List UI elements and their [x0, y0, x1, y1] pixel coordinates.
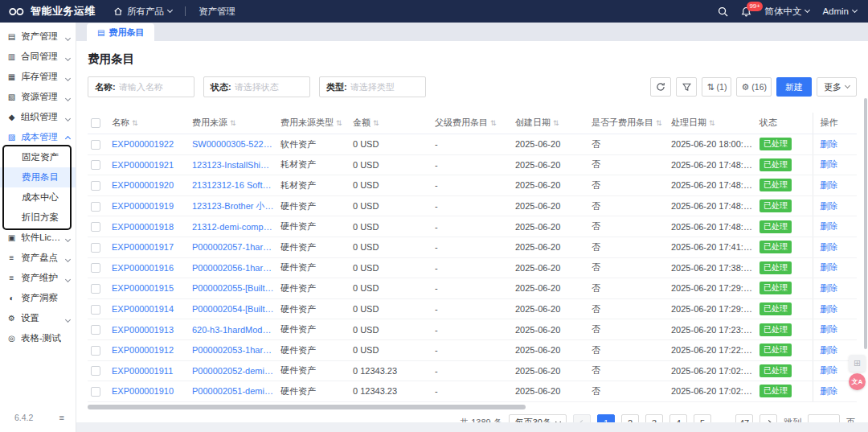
- page-button-3[interactable]: 3: [645, 414, 663, 422]
- sidebar-item-inventory-management[interactable]: ▦ 库存管理: [0, 67, 76, 87]
- sidebar-item-table-test[interactable]: ◎ 表格-测试: [0, 328, 76, 348]
- page-button-5[interactable]: 5: [694, 414, 711, 422]
- delete-link[interactable]: 删除: [813, 278, 857, 299]
- sidebar-item-cost-management[interactable]: ▨ 成本管理: [0, 127, 76, 147]
- vertical-scrollbar-thumb[interactable]: [864, 98, 867, 349]
- filter-button[interactable]: [676, 77, 697, 97]
- row-checkbox[interactable]: [91, 140, 100, 150]
- expense-source-link[interactable]: P000002057-1hardM...: [189, 237, 277, 257]
- sidebar-item-asset-stocktake[interactable]: ≡ 资产盘点: [0, 248, 76, 268]
- expense-source-link[interactable]: SW00000305-522公...: [189, 134, 277, 155]
- row-checkbox[interactable]: [91, 305, 100, 315]
- sidebar-item-software-license[interactable]: ▣ 软件License...: [0, 228, 76, 248]
- expense-source-link[interactable]: P000002056-1hardM...: [189, 257, 277, 278]
- expense-source-link[interactable]: P000002054-[Built-in...: [189, 298, 277, 319]
- expense-source-link[interactable]: P000002052-demi-c...: [189, 360, 277, 381]
- more-button[interactable]: 更多: [817, 77, 857, 97]
- page-button-1[interactable]: 1: [597, 414, 615, 422]
- sort-settings-button[interactable]: ⇅ (1): [702, 77, 731, 97]
- sort-icon[interactable]: ⇅: [656, 119, 662, 127]
- page-button-2[interactable]: 2: [621, 414, 639, 422]
- delete-link[interactable]: 删除: [813, 154, 857, 175]
- expense-source-link[interactable]: 620-h3-1hardModel3...: [189, 319, 277, 340]
- sort-icon[interactable]: ⇅: [132, 119, 138, 127]
- sort-icon[interactable]: ⇅: [230, 119, 236, 127]
- expense-name-link[interactable]: EXP000001919: [108, 195, 189, 216]
- row-checkbox[interactable]: [91, 160, 100, 170]
- sidebar-item-asset-insight[interactable]: ◐ 资产洞察: [0, 288, 76, 308]
- refresh-button[interactable]: [650, 77, 671, 97]
- delete-link[interactable]: 删除: [813, 175, 857, 196]
- sidebar-item-expense-entries[interactable]: 费用条目: [0, 167, 76, 187]
- name-filter-input[interactable]: [119, 82, 187, 92]
- page-size-select[interactable]: 每页30条: [509, 414, 567, 422]
- expense-name-link[interactable]: EXP000001918: [108, 216, 189, 237]
- sort-icon[interactable]: ⇅: [336, 119, 342, 127]
- all-products-menu[interactable]: 所有产品: [113, 6, 172, 18]
- sidebar-item-resource-management[interactable]: ▧ 资源管理: [0, 87, 76, 107]
- column-settings-button[interactable]: ⚙ (16): [736, 77, 772, 97]
- page-button-47[interactable]: 47: [735, 414, 753, 422]
- expense-name-link[interactable]: EXP000001920: [108, 175, 189, 196]
- page-button-4[interactable]: 4: [669, 414, 687, 422]
- type-filter-select[interactable]: [350, 82, 419, 92]
- expense-name-link[interactable]: EXP000001914: [108, 298, 189, 319]
- delete-link[interactable]: 删除: [813, 237, 857, 257]
- breadcrumb[interactable]: 资产管理: [199, 6, 235, 18]
- row-checkbox[interactable]: [91, 387, 100, 397]
- expense-name-link[interactable]: EXP000001917: [108, 237, 189, 257]
- status-filter[interactable]: 状态:: [203, 76, 310, 97]
- status-filter-select[interactable]: [235, 82, 303, 92]
- expense-name-link[interactable]: EXP000001911: [108, 360, 189, 381]
- translate-widget-icon[interactable]: 文A: [849, 373, 866, 390]
- expense-name-link[interactable]: EXP000001916: [108, 257, 189, 278]
- sidebar-item-organization-management[interactable]: ◆ 组织管理: [0, 107, 76, 127]
- sort-icon[interactable]: ⇅: [490, 119, 497, 127]
- sidebar-item-cost-center[interactable]: 成本中心: [0, 187, 76, 208]
- search-icon[interactable]: [718, 6, 728, 17]
- sidebar-item-contract-management[interactable]: ▥ 合同管理: [0, 47, 76, 67]
- language-selector[interactable]: 简体中文: [764, 6, 809, 18]
- expense-source-link[interactable]: P000002053-1hardM...: [189, 339, 277, 360]
- next-page-button[interactable]: [760, 414, 777, 422]
- delete-link[interactable]: 删除: [813, 134, 857, 155]
- expense-source-link[interactable]: 123123-InstallShield ...: [189, 154, 277, 175]
- row-checkbox[interactable]: [91, 181, 100, 191]
- page-ellipsis[interactable]: ···: [718, 418, 729, 422]
- row-checkbox[interactable]: [91, 263, 100, 273]
- grid-widget-icon[interactable]: ⊞: [849, 355, 866, 372]
- expense-name-link[interactable]: EXP000001921: [108, 154, 189, 175]
- sort-icon[interactable]: ⇅: [553, 119, 559, 127]
- row-checkbox[interactable]: [91, 346, 100, 356]
- sidebar-item-asset-maintenance[interactable]: ≡ 资产维护: [0, 268, 76, 288]
- row-checkbox[interactable]: [91, 243, 100, 253]
- row-checkbox[interactable]: [91, 325, 100, 335]
- sort-icon[interactable]: ⇅: [709, 119, 715, 127]
- delete-link[interactable]: 删除: [813, 257, 857, 278]
- expense-source-link[interactable]: P000002051-demi-c...: [189, 381, 277, 402]
- expense-source-link[interactable]: 123123-Brother 小米...: [189, 195, 277, 216]
- row-checkbox[interactable]: [91, 222, 100, 232]
- sort-icon[interactable]: ⇅: [373, 119, 379, 127]
- expense-source-link[interactable]: P000002055-[Built-in...: [189, 278, 277, 299]
- select-all-checkbox[interactable]: [91, 118, 100, 128]
- expense-name-link[interactable]: EXP000001912: [108, 339, 189, 360]
- expense-source-link[interactable]: 21312312-16 Softwa...: [189, 175, 277, 196]
- expense-name-link[interactable]: EXP000001913: [108, 319, 189, 340]
- row-checkbox[interactable]: [91, 284, 100, 294]
- type-filter[interactable]: 类型:: [319, 76, 426, 97]
- expense-source-link[interactable]: 21312-demi-compani...: [189, 216, 277, 237]
- delete-link[interactable]: 删除: [813, 319, 857, 340]
- jump-page-input[interactable]: [808, 414, 840, 422]
- expense-name-link[interactable]: EXP000001922: [108, 134, 189, 155]
- row-checkbox[interactable]: [91, 366, 100, 376]
- tab-expense-entries[interactable]: ▤ 费用条目: [87, 23, 154, 41]
- collapse-sidebar-icon[interactable]: ≡: [59, 413, 64, 422]
- sidebar-item-asset-management[interactable]: ▤ 资产管理: [0, 27, 76, 47]
- expense-name-link[interactable]: EXP000001915: [108, 278, 189, 299]
- expense-name-link[interactable]: EXP000001910: [108, 381, 189, 402]
- delete-link[interactable]: 删除: [813, 195, 857, 216]
- create-button[interactable]: 新建: [776, 77, 812, 97]
- delete-link[interactable]: 删除: [813, 216, 857, 237]
- row-checkbox[interactable]: [91, 202, 100, 212]
